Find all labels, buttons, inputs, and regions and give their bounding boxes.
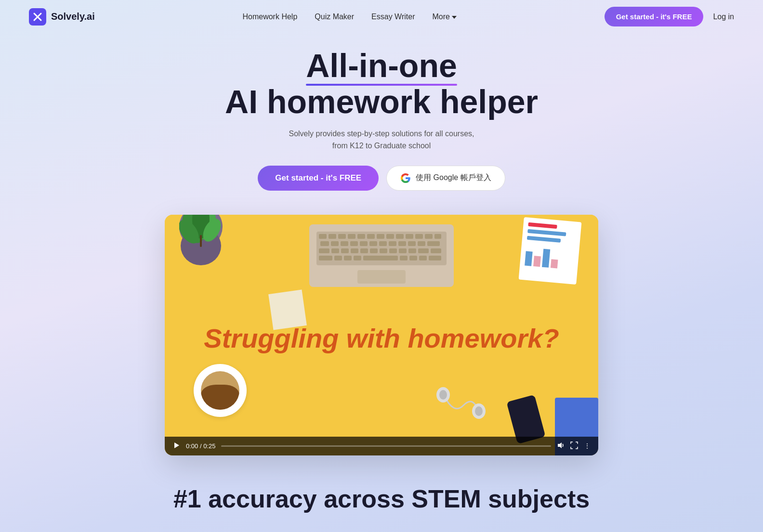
logo-text: Solvely.ai	[51, 11, 95, 22]
svg-rect-41	[389, 248, 397, 253]
video-progress-bar[interactable]	[221, 445, 551, 447]
svg-rect-43	[408, 248, 416, 253]
svg-rect-38	[360, 248, 368, 253]
svg-marker-60	[174, 442, 179, 448]
bottom-section: #1 accuracy across STEM subjects	[0, 455, 763, 523]
nav-link-homework[interactable]: Homework Help	[242, 13, 297, 21]
login-button[interactable]: Log in	[713, 13, 734, 21]
svg-rect-30	[398, 241, 406, 246]
nav-links: Homework Help Quiz Maker Essay Writer Mo…	[242, 13, 456, 21]
svg-rect-33	[427, 241, 440, 246]
svg-marker-61	[558, 442, 562, 448]
plant-svg	[179, 215, 223, 268]
svg-rect-36	[341, 248, 349, 253]
video-content: Struggling with homework?	[165, 215, 598, 455]
play-button[interactable]	[172, 441, 180, 451]
nav-link-essay[interactable]: Essay Writer	[371, 13, 415, 21]
svg-rect-40	[380, 248, 387, 253]
svg-rect-28	[379, 241, 387, 246]
hero-section: All-in-one AI homework helper Solvely pr…	[0, 33, 763, 215]
plant-pot	[179, 215, 223, 248]
svg-point-57	[439, 390, 447, 400]
hero-buttons: Get started - it's FREE 使用 Google 帳戶登入	[10, 166, 753, 191]
svg-rect-47	[334, 256, 342, 260]
hero-title-line2: AI homework helper	[225, 83, 538, 120]
google-signin-label: 使用 Google 帳戶登入	[416, 173, 491, 183]
svg-rect-50	[363, 256, 398, 260]
svg-rect-44	[418, 248, 429, 253]
logo[interactable]: Solvely.ai	[29, 8, 95, 26]
svg-rect-45	[431, 248, 441, 253]
svg-rect-42	[399, 248, 407, 253]
notebook-decoration	[519, 217, 582, 285]
svg-rect-39	[370, 248, 378, 253]
svg-rect-26	[360, 241, 368, 246]
svg-rect-10	[329, 234, 336, 239]
svg-rect-55	[357, 270, 406, 284]
svg-rect-16	[386, 234, 394, 239]
laptop-svg	[290, 215, 473, 297]
svg-rect-52	[409, 256, 417, 260]
svg-rect-15	[377, 234, 384, 239]
more-options-button[interactable]: ⋮	[584, 442, 591, 450]
hero-title-line1: All-in-one	[306, 48, 457, 84]
video-container: Struggling with homework?	[165, 215, 598, 455]
bottom-title: #1 accuracy across STEM subjects	[10, 484, 753, 513]
svg-rect-31	[408, 241, 416, 246]
svg-rect-11	[338, 234, 346, 239]
volume-button[interactable]	[557, 441, 565, 451]
svg-rect-48	[344, 256, 352, 260]
svg-point-59	[475, 406, 483, 416]
svg-rect-35	[331, 248, 339, 253]
svg-rect-27	[369, 241, 377, 246]
svg-rect-6	[200, 235, 202, 247]
chevron-down-icon	[452, 16, 457, 19]
svg-rect-9	[319, 234, 327, 239]
svg-rect-20	[425, 234, 433, 239]
svg-rect-46	[319, 256, 332, 260]
svg-rect-19	[415, 234, 423, 239]
logo-icon	[29, 8, 46, 26]
svg-rect-54	[429, 256, 441, 260]
svg-rect-53	[419, 256, 427, 260]
svg-rect-13	[357, 234, 365, 239]
google-signin-button[interactable]: 使用 Google 帳戶登入	[386, 166, 505, 191]
video-wrapper: Struggling with homework?	[0, 215, 763, 455]
svg-rect-17	[396, 234, 404, 239]
fullscreen-button[interactable]	[570, 441, 578, 451]
svg-rect-22	[320, 241, 329, 246]
navbar: Solvely.ai Homework Help Quiz Maker Essa…	[0, 0, 763, 33]
svg-rect-29	[389, 241, 396, 246]
video-main-text: Struggling with homework?	[204, 323, 559, 354]
hero-title: All-in-one AI homework helper	[10, 48, 753, 120]
svg-rect-24	[341, 241, 348, 246]
video-time-display: 0:00 / 0:25	[186, 442, 215, 450]
google-logo-icon	[400, 173, 411, 183]
svg-rect-32	[418, 241, 425, 246]
svg-rect-21	[434, 234, 441, 239]
svg-rect-14	[367, 234, 375, 239]
plant-decoration	[179, 215, 223, 248]
hero-subtitle: Solvely provides step-by-step solutions …	[10, 128, 753, 152]
coffee-cup-decoration	[194, 364, 247, 417]
hero-cta-button[interactable]: Get started - it's FREE	[258, 166, 379, 191]
nav-link-quiz[interactable]: Quiz Maker	[315, 13, 354, 21]
svg-rect-49	[354, 256, 361, 260]
svg-rect-34	[319, 248, 329, 253]
nav-cta-button[interactable]: Get started - it's FREE	[605, 7, 704, 26]
svg-rect-18	[406, 234, 413, 239]
svg-rect-23	[331, 241, 339, 246]
svg-rect-51	[400, 256, 408, 260]
nav-link-more[interactable]: More	[432, 13, 456, 21]
nav-actions: Get started - it's FREE Log in	[605, 7, 734, 26]
laptop-decoration	[290, 215, 473, 298]
svg-rect-25	[350, 241, 358, 246]
svg-rect-12	[348, 234, 355, 239]
video-controls: 0:00 / 0:25 ⋮	[165, 437, 598, 455]
earphones-decoration	[434, 386, 492, 427]
svg-rect-37	[351, 248, 358, 253]
